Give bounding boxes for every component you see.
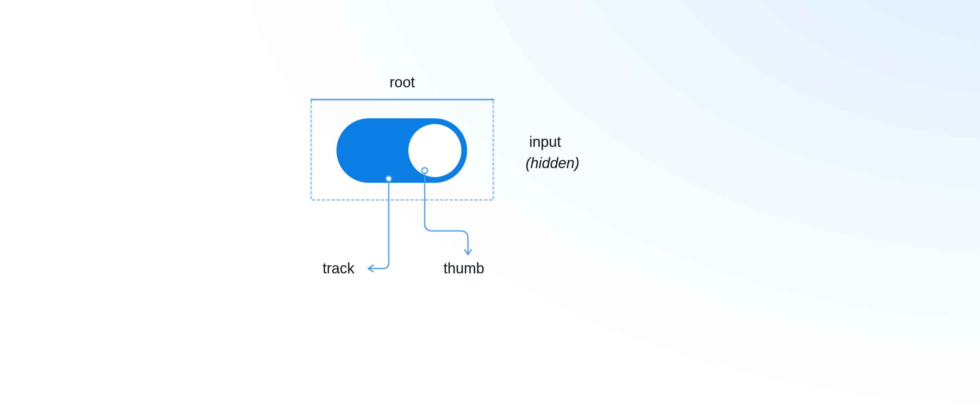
input-hidden-note: (hidden) [526, 154, 579, 172]
diagram-canvas: root input (hidden) track thumb [0, 0, 980, 408]
root-label: root [382, 73, 423, 91]
track-part-label: track [323, 259, 354, 277]
thumb-part-label: thumb [443, 259, 484, 277]
root-box-top-edge [310, 99, 494, 100]
input-label: input [529, 133, 561, 151]
root-box-bottom-edge [312, 199, 492, 201]
root-box-right-edge [492, 100, 494, 199]
switch-track [336, 118, 467, 183]
connector-lines [0, 0, 980, 408]
switch-thumb [408, 124, 461, 177]
root-box-left-edge [310, 100, 312, 199]
